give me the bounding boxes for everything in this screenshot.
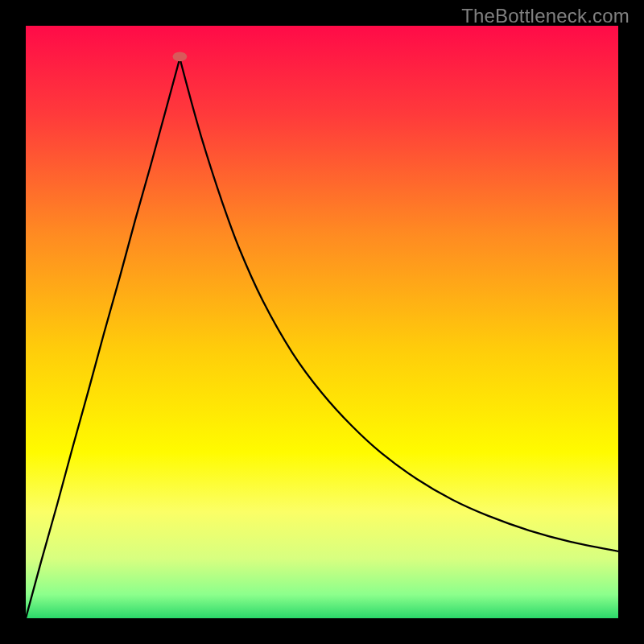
vertex-marker	[173, 52, 188, 61]
bottleneck-chart	[26, 26, 618, 618]
chart-frame	[26, 26, 618, 618]
marker-group	[173, 52, 188, 61]
chart-background	[26, 26, 618, 618]
watermark-text: TheBottleneck.com	[461, 5, 630, 27]
